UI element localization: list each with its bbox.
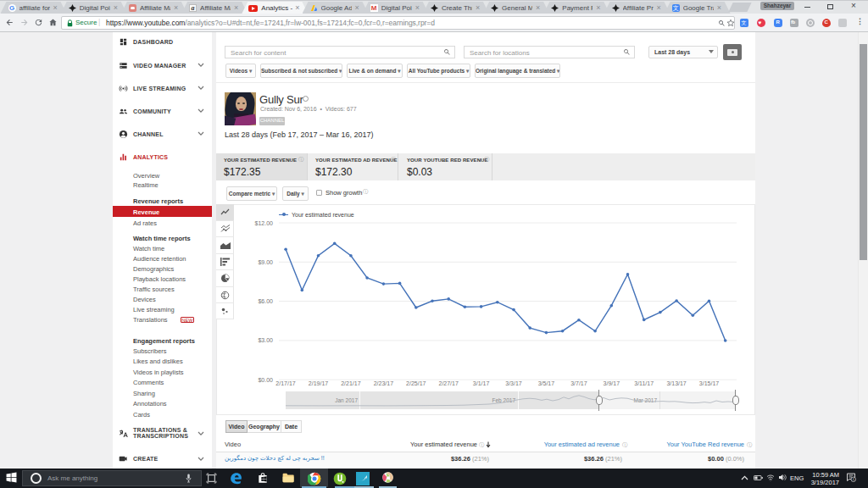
svg-text:1: 1	[853, 478, 854, 481]
